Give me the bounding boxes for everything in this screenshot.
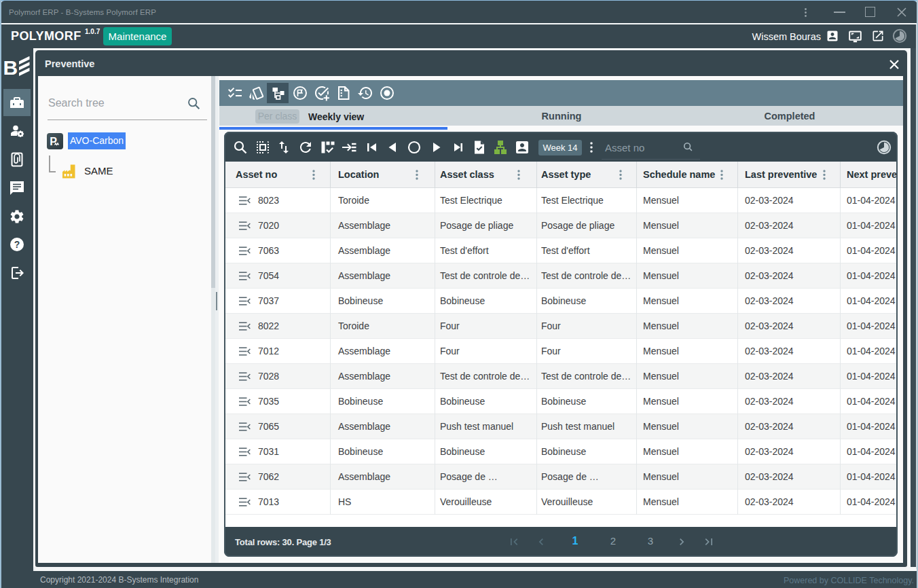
- svg-text:?: ?: [14, 239, 20, 250]
- svg-text:P: P: [50, 136, 57, 147]
- svg-text:B: B: [4, 56, 18, 77]
